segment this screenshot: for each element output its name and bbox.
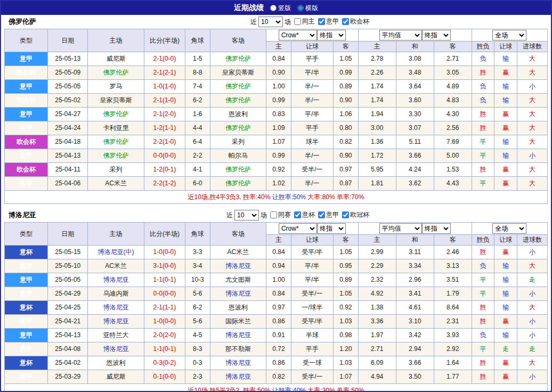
home-team-cell[interactable]: 佛罗伦萨 xyxy=(88,108,144,121)
away-team-cell[interactable]: 佛罗伦萨 xyxy=(210,177,266,191)
match-count-select[interactable]: 10 xyxy=(234,210,259,220)
filter-checkbox-input[interactable] xyxy=(294,211,301,218)
away-team-cell[interactable]: 佛罗伦萨 xyxy=(210,52,266,66)
home-team-cell[interactable]: 恩波利 xyxy=(88,356,144,370)
filter-checkbox-input[interactable] xyxy=(342,18,349,25)
corner-cell: 4-5 xyxy=(185,329,210,342)
home-team-cell[interactable]: 威尼斯 xyxy=(88,370,144,384)
handicap-result-cell: 输 xyxy=(494,287,517,301)
average-stage-select[interactable]: 终指 xyxy=(422,30,451,40)
horizontal-layout-label: 横版 xyxy=(305,4,318,13)
away-team-cell[interactable]: 帕尔马 xyxy=(210,149,266,163)
away-team-cell[interactable]: 博洛尼亚 xyxy=(210,259,266,273)
away-team-cell[interactable]: 采列 xyxy=(210,135,266,149)
home-team-cell[interactable]: 博洛尼亚 xyxy=(88,273,144,287)
away-team-cell[interactable]: 佛罗伦萨 xyxy=(210,163,266,177)
home-team-cell[interactable]: 博洛尼亚 xyxy=(88,342,144,356)
handicap-home-odds-cell: 0.99 xyxy=(266,94,291,108)
filter-checkbox[interactable]: 意甲 xyxy=(318,210,339,219)
competition-type-cell: 意杯 xyxy=(5,356,48,370)
date-cell: 25-04-02 xyxy=(48,356,88,370)
filter-checkbox[interactable]: 欧会杯 xyxy=(342,17,369,26)
avg-away-odds-cell: 2.46 xyxy=(434,246,472,259)
col-header-avg-draw: 和 xyxy=(396,235,434,246)
away-team-cell[interactable]: 博洛尼亚 xyxy=(210,287,266,301)
handicap-home-odds-cell: 1.07 xyxy=(266,135,291,149)
home-team-cell[interactable]: AC米兰 xyxy=(88,177,144,191)
layout-radio-vertical[interactable]: 竖版 xyxy=(270,4,291,13)
vertical-layout-radio[interactable] xyxy=(270,5,277,11)
away-team-cell[interactable]: 佛罗伦萨 xyxy=(210,80,266,94)
home-team-cell[interactable]: 卡利亚里 xyxy=(88,121,144,135)
scope-select[interactable]: 全场 xyxy=(492,223,526,234)
handicap-away-odds-cell: 1.20 xyxy=(334,342,359,356)
filter-checkbox-input[interactable] xyxy=(270,211,277,218)
corner-cell: 1-5 xyxy=(185,52,210,66)
handicap-away-odds-cell: 1.05 xyxy=(334,287,359,301)
scope-select[interactable]: 全场 xyxy=(492,30,526,40)
home-team-cell[interactable]: 佛罗伦萨 xyxy=(88,135,144,149)
away-team-cell[interactable]: 博洛尼亚 xyxy=(210,356,266,370)
away-team-cell[interactable]: 尤文图斯 xyxy=(210,273,266,287)
layout-radio-horizontal[interactable]: 横版 xyxy=(297,4,318,13)
filter-checkbox-input[interactable] xyxy=(318,211,325,218)
average-select[interactable]: 平均值 xyxy=(379,30,422,40)
avg-home-odds-cell: 2.78 xyxy=(358,52,396,66)
avg-draw-odds-cell: 3.66 xyxy=(396,149,434,163)
away-team-cell[interactable]: 国际米兰 xyxy=(210,315,266,329)
filter-checkbox[interactable]: 意杯 xyxy=(294,210,315,219)
away-team-cell[interactable]: 皇家贝蒂斯 xyxy=(210,66,266,80)
home-team-cell[interactable]: 乌迪内斯 xyxy=(88,287,144,301)
away-team-cell[interactable]: 那不勒斯 xyxy=(210,342,266,356)
matches-table: 类型 日期 主场 比分(半场) 角球 客场 Crow*终指 平均值终指 全场 xyxy=(4,29,548,204)
home-team-cell[interactable]: 采列 xyxy=(88,163,144,177)
average-select[interactable]: 平均值 xyxy=(379,223,422,234)
average-stage-select[interactable]: 终指 xyxy=(422,223,451,234)
date-cell: 25-05-15 xyxy=(48,246,88,259)
home-team-cell[interactable]: 博洛尼亚(中) xyxy=(88,246,144,259)
score-cell: 1-0(0-0) xyxy=(144,315,185,329)
score-cell: 0-0(0-0) xyxy=(144,287,185,301)
match-count-select[interactable]: 10 xyxy=(258,17,283,27)
home-team-cell[interactable]: 博洛尼亚 xyxy=(88,315,144,329)
handicap-line-cell: 受半/一 xyxy=(291,370,333,384)
home-team-cell[interactable]: 佛罗伦萨 xyxy=(88,149,144,163)
filter-checkbox[interactable]: 欧冠杯 xyxy=(342,210,369,219)
handicap-line-cell: 半球 xyxy=(291,329,333,342)
odds-stage-select[interactable]: 终指 xyxy=(317,30,346,40)
away-team-cell[interactable]: 恩波利 xyxy=(210,108,266,121)
odds-stage-select[interactable]: 终指 xyxy=(317,223,346,234)
competition-type-cell: 意甲 xyxy=(5,342,48,356)
filter-checkbox[interactable]: 意甲 xyxy=(318,17,339,26)
home-team-cell[interactable]: 威尼斯 xyxy=(88,52,144,66)
competition-type-cell: 意杯 xyxy=(5,301,48,315)
handicap-result-cell: 赢 xyxy=(494,246,517,259)
bookmaker-select[interactable]: Crow* xyxy=(279,223,317,234)
filter-checkbox[interactable]: 同主 xyxy=(294,17,315,26)
handicap-result-cell: 赢 xyxy=(494,121,517,135)
away-team-cell[interactable]: 恩波利 xyxy=(210,301,266,315)
home-team-cell[interactable]: 亚特兰大 xyxy=(88,329,144,342)
away-team-cell[interactable]: 佛罗伦萨 xyxy=(210,121,266,135)
filter-checkbox-input[interactable] xyxy=(318,18,325,25)
home-team-cell[interactable]: AC米兰 xyxy=(88,259,144,273)
filter-checkbox-input[interactable] xyxy=(294,18,301,25)
away-team-cell[interactable]: 博洛尼亚 xyxy=(210,329,266,342)
away-team-cell[interactable]: 博洛尼亚 xyxy=(210,370,266,384)
result-cell: 负 xyxy=(472,329,494,342)
handicap-line-cell: 半/一 xyxy=(291,94,333,108)
filter-checkbox[interactable]: 同赛 xyxy=(270,210,291,219)
filter-checkbox-input[interactable] xyxy=(342,211,349,218)
bookmaker-select[interactable]: Crow* xyxy=(279,30,317,40)
goals-result-cell: 大 xyxy=(517,259,548,273)
home-team-cell[interactable]: 博洛尼亚 xyxy=(88,301,144,315)
handicap-home-odds-cell: 0.99 xyxy=(266,149,291,163)
horizontal-layout-radio[interactable] xyxy=(297,5,304,11)
competition-filters: 同赛意杯意甲欧冠杯 xyxy=(267,210,369,220)
home-team-cell[interactable]: 皇家贝蒂斯 xyxy=(88,94,144,108)
avg-draw-odds-cell: 3.42 xyxy=(396,329,434,342)
home-team-cell[interactable]: 佛罗伦萨 xyxy=(88,66,144,80)
away-team-cell[interactable]: AC米兰 xyxy=(210,246,266,259)
away-team-cell[interactable]: 佛罗伦萨 xyxy=(210,94,266,108)
home-team-cell[interactable]: 罗马 xyxy=(88,80,144,94)
